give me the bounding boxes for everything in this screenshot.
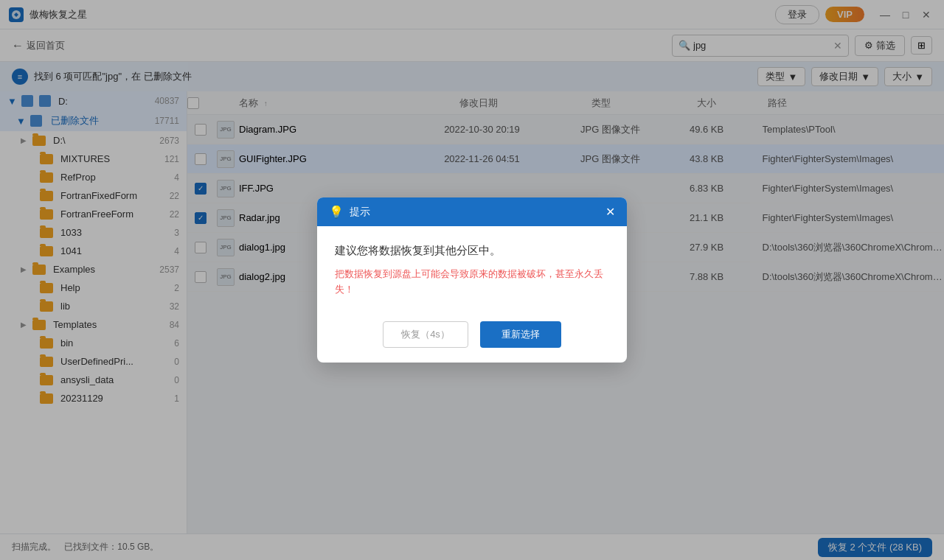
modal-dialog: 💡 提示 ✕ 建议您将数据恢复到其他分区中。 把数据恢复到源盘上可能会导致原来的… bbox=[317, 197, 627, 363]
reselect-button[interactable]: 重新选择 bbox=[480, 321, 561, 348]
modal-title: 提示 bbox=[350, 206, 370, 219]
modal-footer: 恢复（4s） 重新选择 bbox=[317, 309, 627, 363]
modal-header: 💡 提示 ✕ bbox=[317, 197, 627, 226]
modal-body: 建议您将数据恢复到其他分区中。 把数据恢复到源盘上可能会导致原来的数据被破坏，甚… bbox=[317, 226, 627, 309]
restore-button[interactable]: 恢复（4s） bbox=[383, 321, 468, 348]
modal-icon: 💡 bbox=[329, 205, 344, 219]
modal-overlay: 💡 提示 ✕ 建议您将数据恢复到其他分区中。 把数据恢复到源盘上可能会导致原来的… bbox=[0, 0, 944, 560]
modal-main-text: 建议您将数据恢复到其他分区中。 bbox=[335, 244, 609, 258]
modal-close-button[interactable]: ✕ bbox=[605, 205, 615, 219]
modal-warning-text: 把数据恢复到源盘上可能会导致原来的数据被破坏，甚至永久丢失！ bbox=[335, 267, 609, 298]
